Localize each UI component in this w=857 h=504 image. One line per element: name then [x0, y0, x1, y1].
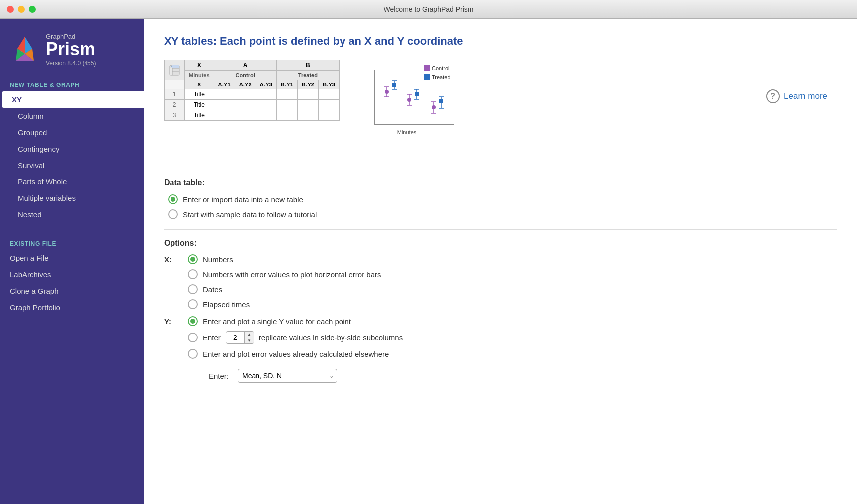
radio-sample-data-label: Start with sample data to follow a tutor… — [183, 210, 317, 219]
existing-file-section-label: EXISTING FILE — [0, 233, 144, 250]
radio-y-error[interactable]: Enter and plot error values already calc… — [188, 349, 403, 359]
learn-more-link[interactable]: Learn more — [784, 91, 827, 101]
page-title: XY tables: Each point is defined by an X… — [164, 35, 837, 48]
svg-point-33 — [432, 105, 436, 109]
radio-x-elapsed[interactable]: Elapsed times — [188, 299, 381, 309]
enter-select[interactable]: Mean, SD, N Mean, SEM, N Mean ± SD Mean … — [238, 369, 337, 383]
svg-rect-17 — [424, 74, 430, 80]
radio-circle-new-table — [168, 194, 178, 204]
close-button[interactable] — [7, 6, 14, 13]
spinner-down[interactable]: ▼ — [245, 337, 254, 344]
y-label: Y: — [164, 316, 176, 326]
chart-svg: Control Treated Minutes — [359, 60, 469, 139]
sidebar-item-parts-of-whole[interactable]: Parts of Whole — [0, 173, 144, 190]
svg-text:Minutes: Minutes — [397, 129, 417, 135]
logo-prism: Prism — [46, 40, 96, 58]
spinner-up[interactable]: ▲ — [245, 331, 254, 337]
svg-rect-45 — [439, 99, 443, 103]
radio-y-replicate[interactable]: Enter ▲ ▼ replicate values in side-by-si… — [188, 331, 403, 344]
radio-x-numbers-error[interactable]: Numbers with error values to plot horizo… — [188, 269, 381, 279]
svg-text:Treated: Treated — [432, 74, 451, 80]
minimize-button[interactable] — [18, 6, 25, 13]
app-body: GraphPad Prism Version 8.4.0 (455) NEW T… — [0, 19, 857, 504]
enter-row: Enter: Mean, SD, N Mean, SEM, N Mean ± S… — [209, 369, 403, 383]
svg-point-29 — [407, 98, 411, 102]
replicate-input[interactable] — [226, 334, 244, 341]
sidebar-item-nested[interactable]: Nested — [0, 206, 144, 223]
sidebar-item-clone-graph[interactable]: Clone a Graph — [0, 283, 144, 299]
sidebar-item-column[interactable]: Column — [0, 108, 144, 124]
sidebar-item-open-file[interactable]: Open a File — [0, 250, 144, 266]
svg-text:✎: ✎ — [171, 65, 172, 68]
radio-sample-data[interactable]: Start with sample data to follow a tutor… — [168, 209, 837, 219]
prism-logo-icon — [10, 35, 40, 65]
radio-circle-y-replicate — [188, 333, 198, 342]
main-content: XY tables: Each point is defined by an X… — [144, 19, 857, 504]
radio-x-dates[interactable]: Dates — [188, 284, 381, 294]
spinner-buttons: ▲ ▼ — [244, 331, 254, 344]
options-section: Options: X: Numbers Numbers with error v… — [164, 239, 837, 383]
radio-circle-x-numbers — [188, 254, 198, 264]
window-title: Welcome to GraphPad Prism — [383, 5, 473, 13]
y-option-row: Y: Enter and plot a single Y value for e… — [164, 316, 837, 383]
table-icon: ✎ — [169, 64, 180, 76]
svg-text:Control: Control — [432, 65, 449, 71]
enter-label: Enter: — [209, 372, 233, 380]
titlebar: Welcome to GraphPad Prism — [0, 0, 857, 19]
maximize-button[interactable] — [29, 6, 36, 13]
window-controls — [7, 6, 36, 13]
svg-rect-15 — [424, 65, 430, 71]
sidebar-item-labarchives[interactable]: LabArchives — [0, 266, 144, 283]
sidebar-item-survival[interactable]: Survival — [0, 157, 144, 173]
question-icon: ? — [766, 89, 780, 103]
enter-select-wrap: Mean, SD, N Mean, SEM, N Mean ± SD Mean … — [238, 369, 337, 383]
radio-y-single-label: Enter and plot a single Y value for each… — [203, 317, 351, 326]
radio-new-table-label: Enter or import data into a new table — [183, 195, 303, 204]
radio-y-replicate-label: replicate values in side-by-side subcolu… — [259, 334, 403, 342]
radio-x-numbers[interactable]: Numbers — [188, 254, 381, 264]
radio-y-enter-prefix: Enter — [203, 334, 221, 342]
radio-circle-x-numbers-error — [188, 269, 198, 279]
sidebar-item-graph-portfolio[interactable]: Graph Portfolio — [0, 299, 144, 316]
radio-circle-x-dates — [188, 284, 198, 294]
sidebar-divider — [10, 228, 134, 228]
x-option-row: X: Numbers Numbers with error values to … — [164, 254, 837, 309]
data-table-section: Data table: Enter or import data into a … — [164, 178, 837, 219]
chart-preview: Control Treated Minutes — [359, 60, 469, 141]
svg-rect-41 — [415, 92, 419, 96]
table-preview: ✎ X A B Minutes Control — [164, 60, 340, 121]
logo-version: Version 8.4.0 (455) — [46, 60, 96, 67]
radio-x-numbers-error-label: Numbers with error values to plot horizo… — [203, 270, 381, 279]
table-row: 1 Title — [165, 89, 340, 100]
logo-text: GraphPad Prism Version 8.4.0 (455) — [46, 33, 96, 67]
table-row: 2 Title — [165, 100, 340, 110]
sidebar-item-multiple-variables[interactable]: Multiple variables — [0, 190, 144, 206]
svg-rect-13 — [170, 68, 172, 75]
radio-circle-y-error — [188, 349, 198, 359]
sidebar-item-contingency[interactable]: Contingency — [0, 141, 144, 157]
sidebar-item-grouped[interactable]: Grouped — [0, 124, 144, 141]
svg-rect-12 — [172, 65, 179, 68]
x-label: X: — [164, 254, 176, 264]
table-row: 3 Title — [165, 110, 340, 121]
radio-x-dates-label: Dates — [203, 285, 222, 294]
svg-point-25 — [385, 90, 389, 94]
radio-x-numbers-label: Numbers — [203, 255, 233, 264]
radio-y-single[interactable]: Enter and plot a single Y value for each… — [188, 316, 403, 326]
sidebar-item-xy[interactable]: XY — [2, 91, 144, 108]
options-label: Options: — [164, 239, 837, 248]
data-table-radio-group: Enter or import data into a new table St… — [168, 194, 837, 219]
section-divider-1 — [164, 169, 837, 169]
section-divider-2 — [164, 229, 837, 230]
logo-area: GraphPad Prism Version 8.4.0 (455) — [0, 19, 144, 75]
radio-circle-x-elapsed — [188, 299, 198, 309]
x-radio-group: Numbers Numbers with error values to plo… — [188, 254, 381, 309]
radio-x-elapsed-label: Elapsed times — [203, 300, 250, 309]
y-radio-group: Enter and plot a single Y value for each… — [188, 316, 403, 383]
radio-circle-sample-data — [168, 209, 178, 219]
replicate-spinner[interactable]: ▲ ▼ — [226, 331, 254, 344]
learn-more-area: ? Learn more — [766, 60, 837, 103]
radio-new-table[interactable]: Enter or import data into a new table — [168, 194, 837, 204]
preview-area: ✎ X A B Minutes Control — [164, 60, 766, 141]
data-table-label: Data table: — [164, 178, 837, 187]
